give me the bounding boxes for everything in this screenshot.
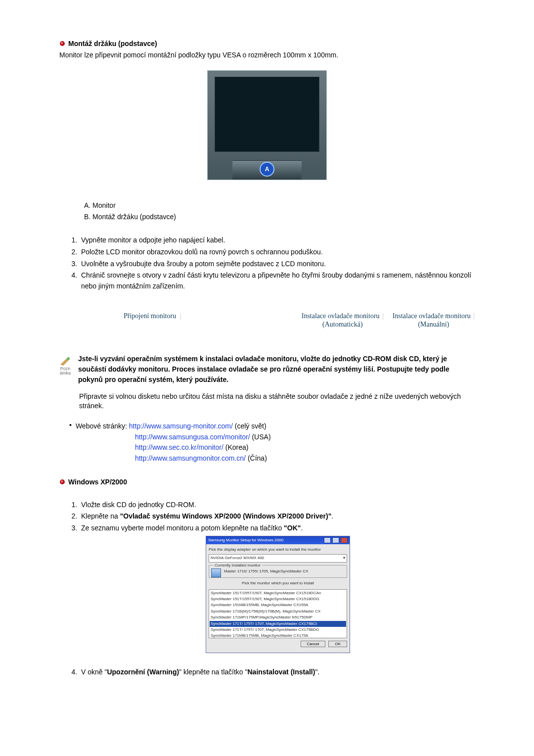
weblink-1[interactable]: http://www.samsung-monitor.com/ bbox=[129, 422, 233, 430]
windows-steps-list: Vložte disk CD do jednotky CD-ROM. Klepn… bbox=[59, 500, 475, 678]
tab-driver-manual-sub: (Manuální) bbox=[393, 320, 475, 329]
maximize-icon[interactable] bbox=[332, 537, 339, 543]
legend-item-b: B. Montáž držáku (podstavce) bbox=[84, 211, 475, 223]
section-heading-mount-text: Montáž držáku (podstavce) bbox=[68, 40, 157, 47]
currently-installed-group: Currently installed monitor Master 1710/… bbox=[209, 565, 347, 578]
monitor-icon bbox=[211, 568, 221, 577]
list-item-selected[interactable]: SyncMaster 171T/ 175T/ 170T, MagicSyncMa… bbox=[210, 621, 346, 627]
tab-driver-manual-label: Instalace ovladače monitoru bbox=[393, 312, 471, 320]
currently-installed-legend: Currently installed monitor bbox=[213, 563, 262, 568]
section-heading-windows: Windows XP/2000 bbox=[59, 478, 475, 486]
installer-figure: Samsung Monitor Setup for Windows 2000 P… bbox=[206, 536, 350, 653]
windows-step-4-e: ". bbox=[315, 668, 319, 676]
figure-label-a: A bbox=[260, 162, 274, 177]
windows-step-2-b: "Ovladač systému Windows XP/2000 (Window… bbox=[120, 512, 332, 520]
installer-line-2: Pick the monitor which you want to insta… bbox=[209, 580, 347, 586]
vesa-intro-text: Monitor lze připevnit pomocí montážní po… bbox=[59, 50, 475, 60]
ok-button[interactable]: OK bbox=[328, 641, 347, 647]
windows-step-4-c: " klepněte na tlačítko " bbox=[179, 668, 247, 676]
bar-icon: | bbox=[180, 312, 181, 320]
weblink-3-suffix: (Korea) bbox=[225, 443, 249, 451]
tab-driver-auto-label: Instalace ovladače monitoru bbox=[302, 312, 380, 320]
tab-driver-manual[interactable]: Instalace ovladače monitoru | (Manuální) bbox=[393, 312, 475, 329]
bullet-icon bbox=[59, 479, 65, 485]
windows-step-4-d: Nainstalovat (Install) bbox=[248, 668, 315, 676]
mount-steps-list: Vypněte monitor a odpojte jeho napájecí … bbox=[59, 235, 475, 291]
list-item[interactable]: SyncMaster 151T/155T/150T, MagicSyncMast… bbox=[210, 590, 346, 596]
installer-titlebar: Samsung Monitor Setup for Windows 2000 bbox=[206, 536, 350, 544]
note-icon: Pozn ámka bbox=[59, 354, 71, 376]
windows-step-3-b: "OK" bbox=[284, 524, 301, 532]
mount-step-4: Chránič srovnejte s otvory v zadní části… bbox=[79, 270, 475, 291]
tabs-row: Připojení monitoru | Instalace ovladače … bbox=[59, 312, 475, 329]
windows-step-2-a: Klepněte na bbox=[81, 512, 120, 520]
tab-driver-auto[interactable]: Instalace ovladače monitoru | (Automatic… bbox=[302, 312, 384, 329]
list-item[interactable]: SyncMaster 151MB/155MB, MagicSyncMaster … bbox=[210, 602, 346, 608]
windows-step-1: Vložte disk CD do jednotky CD-ROM. bbox=[79, 500, 475, 511]
weblink-1-suffix: (celý svět) bbox=[235, 422, 267, 430]
legend-list: A. Monitor B. Montáž držáku (podstavce) bbox=[84, 200, 475, 224]
legend-item-a: A. Monitor bbox=[84, 200, 475, 212]
list-item[interactable]: SyncMaster 171MP/175MP,MagicSyncMaster N… bbox=[210, 614, 346, 620]
list-item[interactable]: SyncMaster 171MB/175MB, MagicSyncMaster … bbox=[210, 633, 346, 638]
bar-icon: | bbox=[382, 312, 384, 320]
monitor-screen bbox=[215, 77, 319, 152]
chevron-down-icon: ▾ bbox=[343, 555, 345, 561]
bar-icon: | bbox=[473, 312, 475, 320]
mount-step-2: Položte LCD monitor obrazovkou dolů na r… bbox=[79, 247, 475, 258]
section-heading-windows-text: Windows XP/2000 bbox=[68, 478, 127, 486]
cancel-button[interactable]: Cancel bbox=[301, 641, 326, 647]
monitor-stand: A bbox=[232, 160, 302, 180]
windows-step-3-a: Ze seznamu vyberte model monitoru a poto… bbox=[81, 524, 284, 532]
weblink-4[interactable]: http://www.samsungmonitor.com.cn/ bbox=[135, 454, 246, 462]
adapter-select-value: NVIDIA GeForce2 MX/MX 400 bbox=[211, 555, 264, 561]
note-text: Jste-li vyzvání operačním systémem k ins… bbox=[78, 354, 475, 385]
weblink-4-suffix: (Čína) bbox=[248, 454, 267, 462]
note-row: Pozn ámka Jste-li vyzvání operačním syst… bbox=[59, 354, 475, 385]
adapter-select[interactable]: NVIDIA GeForce2 MX/MX 400 ▾ bbox=[209, 554, 347, 562]
mount-step-3: Uvolněte a vyšroubujte dva šrouby a poto… bbox=[79, 259, 475, 270]
windows-step-3: Ze seznamu vyberte model monitoru a poto… bbox=[79, 523, 475, 653]
windows-step-2-c: . bbox=[331, 512, 333, 520]
bullet-icon bbox=[59, 41, 65, 47]
download-instruction: Připravte si volnou disketu nebo určitou… bbox=[59, 392, 475, 411]
tab-connection-label: Připojení monitoru bbox=[124, 312, 176, 320]
tab-connection[interactable]: Připojení monitoru | bbox=[124, 312, 181, 329]
note-label: Pozn ámka bbox=[59, 367, 71, 376]
windows-step-4: V okně "Upozornění (Warning)" klepněte n… bbox=[79, 667, 475, 678]
list-item[interactable]: SyncMaster 171B(M)/175B(M)/170B(M), Magi… bbox=[210, 609, 346, 614]
weblink-3[interactable]: http://www.sec.co.kr/monitor/ bbox=[135, 443, 223, 451]
monitor-list[interactable]: SyncMaster 151T/155T/150T, MagicSyncMast… bbox=[209, 589, 347, 638]
list-item[interactable]: SyncMaster 171T/ 175T/ 170T, MagicSyncMa… bbox=[210, 627, 346, 633]
list-item[interactable]: SyncMaster 151T/155T/150T, MagicSyncMast… bbox=[210, 596, 346, 602]
svg-point-3 bbox=[61, 480, 63, 482]
windows-step-4-a: V okně " bbox=[81, 668, 107, 676]
weblink-2[interactable]: http://www.samsungusa.com/monitor/ bbox=[135, 433, 250, 441]
section-heading-mount: Montáž držáku (podstavce) bbox=[59, 40, 475, 47]
minimize-icon[interactable] bbox=[324, 537, 331, 543]
weblinks-block: Webové stránky: http://www.samsung-monit… bbox=[69, 421, 475, 464]
windows-step-3-c: . bbox=[301, 524, 303, 532]
currently-installed-text: Master 1710/ 1755/ 1705, MagicSyncMaster… bbox=[224, 569, 308, 573]
svg-point-1 bbox=[61, 42, 63, 44]
monitor-figure: A bbox=[207, 70, 327, 180]
tab-driver-auto-sub: (Automatická) bbox=[302, 320, 384, 329]
windows-step-2: Klepněte na "Ovladač systému Windows XP/… bbox=[79, 511, 475, 522]
weblinks-prefix: Webové stránky: bbox=[76, 422, 127, 430]
installer-line-1: Pick the display adapter on which you wa… bbox=[209, 547, 347, 553]
installer-title: Samsung Monitor Setup for Windows 2000 bbox=[208, 537, 283, 543]
windows-step-4-b: Upozornění (Warning) bbox=[107, 668, 179, 676]
mount-step-1: Vypněte monitor a odpojte jeho napájecí … bbox=[79, 235, 475, 246]
weblink-2-suffix: (USA) bbox=[252, 433, 270, 441]
close-icon[interactable] bbox=[341, 537, 348, 543]
